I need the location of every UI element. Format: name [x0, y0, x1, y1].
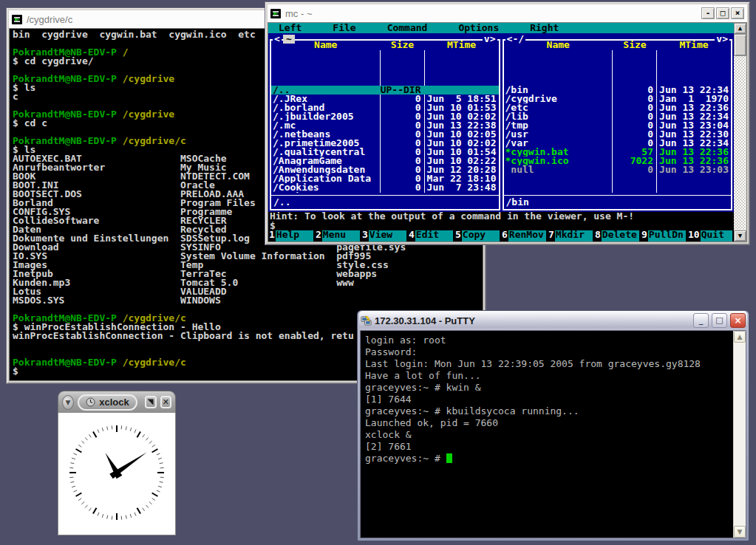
left-panel-ministatus: /.. [271, 195, 499, 208]
terminal-line: graceyves:~ # [365, 453, 733, 465]
fkey-menu[interactable]: 2Menu [315, 230, 361, 241]
terminal-line: xclock & [365, 429, 733, 441]
mc-window: mc - ~ - □ × LeftFileCommandOptionsRight… [265, 1, 750, 245]
putty-scrollbar[interactable]: ▲ ▼ [733, 331, 746, 538]
terminal-line: Password: [365, 346, 733, 358]
mc-menu-left[interactable]: Left [279, 24, 302, 32]
mc-panels: < ~ v> Name Size MTime /..UP--DIR/.JRex0… [268, 33, 734, 212]
mc-menubar: LeftFileCommandOptionsRight [268, 23, 734, 33]
maximize-icon [146, 398, 154, 406]
mc-function-keybar: 1Help2Menu3View4Edit5Copy6RenMov7Mkdir8D… [268, 230, 734, 241]
panel-scroll-left-icon[interactable]: < [273, 35, 282, 44]
right-panel-headers: Name Size MTime [504, 41, 732, 50]
fkey-mkdir[interactable]: 7Mkdir [548, 230, 594, 241]
terminal-line: MSDOS.SYS WINDOWS [13, 296, 483, 305]
file-row[interactable]: null0Jun 13 23:03 [504, 165, 732, 174]
xclock-title-pill: xclock [78, 394, 138, 411]
column-header-size[interactable]: Size [613, 41, 657, 50]
scrollbar-track[interactable] [734, 56, 746, 230]
scrollbar-thumb[interactable] [734, 34, 746, 56]
scrollbar-track[interactable] [734, 343, 746, 526]
scroll-up-icon[interactable]: ▲ [734, 331, 746, 343]
fkey-view[interactable]: 3View [361, 230, 408, 241]
xclock-window: ▼ xclock ✕ [58, 391, 176, 533]
maximize-button[interactable] [145, 396, 156, 408]
desktop: { "colors": { "desktop": "#4e4e69", "mc_… [0, 0, 756, 545]
xclock-face [58, 413, 176, 535]
scroll-down-icon[interactable]: ▼ [734, 526, 746, 538]
scroll-up-icon[interactable]: ▲ [734, 23, 746, 34]
terminal-line: [2] 7661 [365, 441, 733, 453]
terminal-line: graceyves:~ # kwin & [365, 382, 733, 394]
putty-terminal[interactable]: login as: rootPassword:Last login: Mon J… [361, 331, 733, 538]
file-row[interactable]: /Desktop0Jun 13 22:58 [271, 192, 499, 193]
left-panel-headers: Name Size MTime [271, 41, 499, 50]
fkey-delete[interactable]: 8Delete [594, 230, 641, 241]
close-button[interactable]: × [731, 7, 744, 19]
terminal-line: Last login: Mon Jun 13 22:39:05 2005 fro… [365, 358, 733, 370]
analog-clock [58, 413, 175, 532]
terminal-line: Launched ok, pid = 7660 [365, 417, 733, 429]
putty-window-title: 172.30.31.104 - PuTTY [375, 315, 690, 326]
minimize-button[interactable]: - [701, 7, 715, 19]
fkey-pulldn[interactable]: 9PullDn [641, 230, 687, 241]
maximize-button[interactable]: □ [716, 7, 729, 19]
mc-titlebar[interactable]: mc - ~ - □ × [268, 4, 747, 22]
mc-menu-options[interactable]: Options [458, 24, 499, 32]
minimize-button[interactable]: _ [693, 313, 709, 328]
column-header-size[interactable]: Size [381, 41, 425, 50]
putty-icon [361, 315, 372, 326]
fkey-quit[interactable]: 10Quit [687, 230, 734, 241]
right-panel-ministatus: /bin [504, 195, 732, 208]
close-button[interactable]: × [730, 313, 746, 328]
minute-hand [109, 450, 149, 479]
window-menu-icon[interactable]: ▼ [62, 395, 74, 410]
xclock-window-title: xclock [99, 397, 129, 408]
clock-icon [86, 397, 95, 407]
xclock-titlebar[interactable]: ▼ xclock ✕ [58, 391, 176, 413]
terminal-line: Have a lot of fun... [365, 370, 733, 382]
mc-left-panel[interactable]: < ~ v> Name Size MTime /..UP--DIR/.JRex0… [270, 39, 500, 210]
cygwin-icon [12, 14, 23, 25]
terminal-line: [1] 7644 [365, 394, 733, 405]
mc-hint-line: Hint: To look at the output of a command… [268, 212, 734, 222]
fkey-renmov[interactable]: 6RenMov [501, 230, 548, 241]
terminal-cursor [446, 453, 452, 463]
mc-scrollbar[interactable]: ▲ ▼ [734, 23, 746, 241]
terminal-line: login as: root [365, 335, 733, 346]
mc-app-icon [270, 8, 282, 19]
panel-scroll-left-icon[interactable]: < [505, 35, 514, 44]
fkey-help[interactable]: 1Help [268, 230, 315, 241]
maximize-button[interactable]: □ [712, 313, 727, 328]
panel-scroll-right-icon[interactable]: v> [483, 35, 497, 44]
fkey-copy[interactable]: 5Copy [454, 230, 501, 241]
scroll-down-icon[interactable]: ▼ [734, 230, 746, 241]
mc-right-panel[interactable]: -/ < v> Name Size MTime /bin0Jun 13 22:3… [503, 39, 733, 210]
panel-scroll-right-icon[interactable]: v> [715, 35, 729, 44]
close-button[interactable]: ✕ [160, 396, 171, 408]
fkey-edit[interactable]: 4Edit [408, 230, 454, 241]
left-panel-path: ~ [283, 35, 295, 44]
terminal-line: graceyves:~ # kbuildsycoca running... [365, 405, 733, 417]
putty-titlebar[interactable]: 172.30.31.104 - PuTTY _ □ × [359, 311, 747, 330]
mc-menu-right[interactable]: Right [530, 24, 559, 32]
mc-menu-file[interactable]: File [333, 24, 355, 32]
mc-window-title: mc - ~ [285, 8, 698, 19]
putty-window: 172.30.31.104 - PuTTY _ □ × login as: ro… [357, 310, 749, 541]
mc-menu-command[interactable]: Command [387, 24, 428, 32]
